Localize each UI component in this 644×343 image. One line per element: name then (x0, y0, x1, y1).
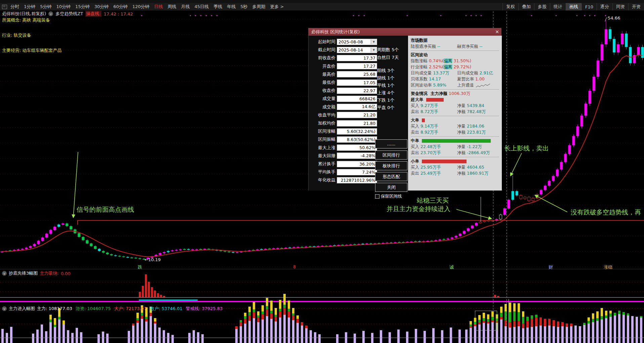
dialog-market-panel: 市场数据陆股通净买额 --融资净买额 --区间波动指数涨幅 0.74%(偏离 3… (408, 36, 502, 191)
fund-bar-segment (158, 328, 161, 343)
fund-bar-segment (288, 309, 290, 311)
deviation-row: 行业涨幅 2.52%(偏离 29.72%) (411, 64, 499, 70)
fund-bar-segment (163, 330, 165, 343)
fund-bar-segment (270, 313, 273, 319)
dropdown-arrow-icon[interactable]: ▼ (371, 47, 376, 53)
collapse-icon[interactable]: v (2, 306, 7, 311)
fund-group-header: 大单 (411, 117, 499, 123)
fund-bar-segment (535, 317, 537, 326)
annotation-trendline: 没有跌破多空趋势线，再 (571, 208, 644, 217)
fund-bar-segment (583, 325, 586, 343)
fund-bar-segment (45, 331, 47, 343)
dialog-form: 起始时间2025-08-08▼截止时间2025-08-14▼前收盘价17.37开… (309, 36, 408, 191)
fund-bar-segment (601, 308, 603, 316)
panel3-header: v 主力进入幅图 主力: 108177.03游资: 104607.75大户: 7… (2, 306, 226, 312)
value-field: 21.20 (337, 112, 377, 118)
annotation-buy-2: 并且主力资金持续进入 (387, 205, 450, 213)
uptrend-squiggle-icon (475, 83, 491, 88)
fund-bar-segment (1, 329, 4, 343)
fund-bar-segment (136, 323, 139, 343)
fund-bar-segment (54, 318, 56, 325)
fund-bar-segment (71, 333, 74, 343)
fund-bar-segment (49, 322, 52, 343)
form-row: 最大回撤-4.28% (310, 152, 377, 160)
fund-bar-segment (279, 300, 281, 309)
fund-bar-segment (235, 329, 238, 343)
fund-bar-segment (362, 331, 365, 343)
dialog-button[interactable]: 板块排行 (375, 161, 407, 170)
dialog-titlebar[interactable]: 必得科技 区间统计(复权) × (309, 28, 501, 36)
fund-flow-bar (422, 139, 491, 143)
close-icon[interactable]: × (495, 29, 499, 34)
fund-bar-segment (397, 330, 400, 343)
range-end-line (507, 11, 507, 343)
date-input[interactable]: 2025-08-14▼ (337, 47, 377, 53)
value-field: 5.60(32.24%) (337, 128, 377, 135)
signal-marker: 8 (293, 264, 296, 269)
collapse-icon[interactable]: v (2, 271, 7, 276)
close-button[interactable]: 关闭 (375, 183, 407, 192)
fund-bar-segment (553, 320, 555, 326)
fund-bar-segment (128, 331, 130, 343)
fund-bar-segment (336, 334, 338, 343)
fund-bar-segment (450, 328, 452, 343)
fund-flow-bar (422, 160, 467, 163)
dialog-button[interactable]: 区间排行 (375, 150, 407, 160)
fund-bar-segment (296, 323, 299, 343)
fund-bar-segment (275, 321, 277, 343)
fund-row: 卖出 8.92万手净额 223.81万 (411, 129, 499, 135)
fund-bar-segment (509, 312, 511, 322)
value-field: 25.68 (337, 71, 377, 77)
fund-bar-segment (470, 321, 472, 324)
fund-bar-segment (240, 326, 242, 343)
field-label: 最大回撤 (310, 153, 335, 159)
form-row: 区间涨幅5.60(32.24%) (310, 127, 377, 135)
fund-bar-segment (102, 332, 104, 343)
field-label: 最低价 (310, 79, 335, 85)
date-input[interactable]: 2025-08-08▼ (337, 39, 377, 45)
crosshair-vertical-lower (509, 299, 509, 343)
fund-bar-segment (627, 313, 629, 315)
field-label: 区间涨幅 (310, 128, 335, 134)
fund-bar-segment (106, 334, 109, 343)
panel2-name[interactable]: 抄底先锋3幅图 (9, 270, 38, 276)
fund-bar-segment (292, 320, 294, 343)
fund-row: 卖出 25.49万手净额 1860.91万 (411, 170, 499, 176)
form-row: 前收盘价17.37 (310, 54, 377, 62)
value-field: 212871012.96% (337, 177, 377, 183)
fund-bar-segment (566, 327, 568, 343)
fund-bar-segment (566, 323, 568, 327)
fund-bar-segment (424, 331, 426, 343)
dropdown-arrow-icon[interactable]: ▼ (371, 39, 376, 44)
dialog-button[interactable]: 形态匹配 (375, 172, 407, 181)
fund-bar-segment (579, 326, 581, 343)
fund-bar-segment (509, 328, 511, 343)
fund-bar-segment (522, 311, 524, 317)
market-data-title: 市场数据 (411, 37, 499, 43)
fund-bar-segment (526, 328, 529, 343)
value-field: 50.62% (337, 144, 377, 151)
field-label: 年化收益 (310, 177, 335, 183)
fund-bar-segment (266, 306, 268, 309)
checkbox-icon[interactable] (375, 194, 379, 199)
fund-bar-segment (518, 321, 520, 326)
fund-bar-segment (592, 319, 594, 322)
fund-bar-segment (531, 327, 533, 343)
fund-bar-segment (141, 315, 143, 319)
fund-bar-segment (583, 323, 586, 325)
fund-bar-segment (97, 334, 100, 343)
fund-bar-segment (244, 319, 246, 323)
fund-bar-segment (596, 318, 599, 321)
keep-range-checkbox[interactable]: 保留区间线 (375, 194, 402, 199)
volume-bar (163, 296, 165, 297)
fund-bar-segment (6, 333, 8, 343)
fund-bar-segment (614, 313, 616, 315)
stat-line: 平线 1个 (377, 82, 394, 89)
fund-bar-segment (253, 312, 255, 318)
panel3-name[interactable]: 主力进入幅图 (9, 306, 35, 312)
fund-bar-segment (67, 330, 69, 343)
fund-bar-segment (605, 318, 607, 343)
panel2-cyan-line (139, 300, 198, 301)
fund-bar-segment (63, 320, 65, 324)
dialog-button[interactable]: ...... (375, 139, 407, 148)
